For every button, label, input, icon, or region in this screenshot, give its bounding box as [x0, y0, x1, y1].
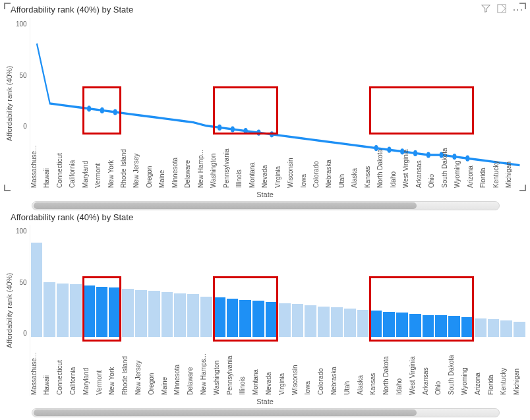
chart-visual-line[interactable]: Affordability rank (40%) by State ··· Af…	[4, 3, 526, 203]
highlight-box	[82, 86, 121, 135]
x-axis-label: State	[4, 191, 526, 198]
bar[interactable]	[70, 284, 82, 337]
x-tick-label: Illinois	[239, 340, 252, 396]
x-tick-label: Iowa	[300, 133, 312, 189]
x-tick-label: Idaho	[396, 340, 409, 396]
x-tick-label: Minnesota	[173, 340, 187, 396]
chart-title: Affordability rank (40%) by State	[11, 5, 133, 15]
x-tick-label: Pennsylvania	[226, 340, 239, 396]
y-axis-label: Affordability rank (40%)	[4, 225, 15, 396]
x-tick-label: Vermont	[96, 340, 109, 396]
x-tick-label: Utah	[343, 340, 357, 396]
x-tick-label: West Virginia	[409, 340, 422, 396]
x-tick-label: Kentucky	[492, 133, 505, 189]
bar[interactable]	[279, 303, 291, 337]
bar[interactable]	[31, 243, 43, 337]
x-tick-label: Oregon	[146, 133, 158, 189]
scrollbar-thumb[interactable]	[34, 202, 417, 209]
highlight-box	[213, 276, 278, 342]
x-tick-label: Florida	[487, 340, 500, 396]
x-tick-label: Wyoming	[461, 340, 474, 396]
bar[interactable]	[162, 292, 173, 337]
chart-header: Affordability rank (40%) by State	[4, 211, 526, 225]
bar[interactable]	[500, 320, 512, 337]
x-tick-label: Virginia	[278, 340, 291, 396]
x-tick-label: Washington	[213, 340, 226, 396]
bar[interactable]	[57, 284, 69, 337]
x-tick-label: Oregon	[148, 340, 161, 396]
bar[interactable]	[488, 319, 500, 337]
x-tick-label: Idaho	[390, 133, 402, 189]
highlight-box	[369, 86, 473, 135]
x-tick-label: Maryland	[82, 340, 96, 396]
x-axis-labels: Massachuse...HawaiiConnecticutCalifornia…	[30, 340, 526, 396]
horizontal-scrollbar[interactable]	[32, 408, 500, 417]
x-axis-labels: Massachuse...HawaiiConnecticutCalifornia…	[30, 133, 526, 189]
x-tick-label: Washington	[210, 133, 222, 189]
line-plot[interactable]: Massachuse...HawaiiConnecticutCalifornia…	[30, 18, 526, 189]
x-tick-label: North Dakota	[376, 133, 389, 189]
x-tick-label: Connecticut	[56, 133, 69, 189]
x-tick-label: Vermont	[94, 133, 107, 189]
bar[interactable]	[305, 305, 316, 337]
x-tick-label: Massachuse...	[30, 133, 43, 189]
x-tick-label: Alaska	[357, 340, 370, 396]
bar[interactable]	[292, 304, 304, 337]
focus-mode-icon[interactable]	[497, 4, 506, 15]
y-axis-label: Affordability rank (40%)	[4, 18, 15, 189]
x-tick-label: Nebraska	[325, 133, 338, 189]
bar[interactable]	[44, 282, 55, 337]
x-tick-label: North Dakota	[382, 340, 396, 396]
bar[interactable]	[148, 291, 160, 337]
x-tick-label: Montana	[252, 340, 265, 396]
x-tick-label: New Jersey	[132, 133, 145, 189]
bar[interactable]	[318, 307, 330, 337]
x-tick-label: Michigan	[505, 133, 517, 189]
bar-plot[interactable]: Massachuse...HawaiiConnecticutCalifornia…	[30, 225, 526, 396]
x-tick-label: Nebraska	[330, 340, 343, 396]
scrollbar-thumb[interactable]	[34, 409, 417, 416]
bar[interactable]	[475, 318, 486, 337]
x-tick-label: Maryland	[82, 133, 94, 189]
bar[interactable]	[331, 307, 343, 337]
x-tick-label: Arizona	[474, 340, 487, 396]
bar[interactable]	[200, 297, 212, 337]
selection-handle[interactable]	[519, 3, 526, 9]
x-tick-label: New York	[107, 133, 120, 189]
bar[interactable]	[174, 293, 186, 337]
x-tick-label: Colorado	[312, 133, 325, 189]
x-tick-label: California	[69, 133, 81, 189]
x-tick-label: Wisconsin	[291, 340, 305, 396]
x-tick-label: Utah	[338, 133, 351, 189]
chart-header: Affordability rank (40%) by State ···	[4, 3, 526, 18]
x-tick-label: Rhode Island	[121, 340, 134, 396]
highlight-box	[213, 86, 278, 135]
svg-rect-0	[498, 5, 506, 13]
x-tick-label: Maine	[158, 133, 171, 189]
x-tick-label: Pennsylvania	[223, 133, 235, 189]
x-tick-label: Nevada	[265, 340, 278, 396]
x-tick-label: New Hamp...	[197, 133, 210, 189]
chart-visual-bar[interactable]: Affordability rank (40%) by State Afford…	[4, 211, 526, 411]
bar[interactable]	[135, 290, 147, 337]
bar[interactable]	[122, 289, 134, 337]
x-tick-label: New York	[108, 340, 121, 396]
x-tick-label: Alaska	[351, 133, 363, 189]
x-tick-label: Ohio	[428, 133, 440, 189]
horizontal-scrollbar[interactable]	[32, 201, 500, 210]
x-axis-label: State	[4, 398, 526, 405]
x-tick-label: Virginia	[274, 133, 287, 189]
bar[interactable]	[187, 294, 199, 337]
highlight-box	[82, 276, 121, 342]
x-tick-label: California	[69, 340, 82, 396]
selection-handle[interactable]	[4, 3, 11, 9]
y-axis-ticks: 100 50 0	[15, 225, 30, 396]
x-tick-label: Minnesota	[171, 133, 184, 189]
x-tick-label: West Virginia	[402, 133, 415, 189]
filter-icon[interactable]	[481, 4, 490, 15]
bar[interactable]	[344, 309, 356, 337]
bar[interactable]	[514, 322, 525, 337]
x-tick-label: Rhode Island	[120, 133, 132, 189]
bar[interactable]	[357, 310, 369, 338]
x-tick-label: Arkansas	[422, 340, 435, 396]
